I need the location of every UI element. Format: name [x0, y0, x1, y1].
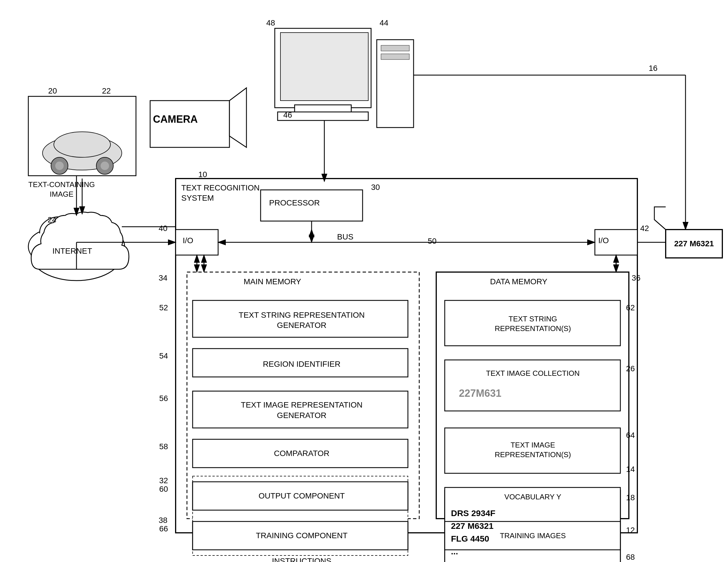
- text-image-collection-label: TEXT IMAGE COLLECTION: [448, 362, 618, 385]
- io-right-label: I/O: [598, 236, 609, 245]
- ref-38: 38: [159, 516, 167, 525]
- ref-40: 40: [159, 224, 167, 233]
- text-string-rep-gen-label: TEXT STRING REPRESENTATIONGENERATOR: [197, 305, 406, 336]
- ref-42: 42: [640, 224, 649, 233]
- ref-50: 50: [428, 237, 437, 246]
- ref-64: 64: [626, 431, 635, 440]
- ref-16: 16: [649, 64, 657, 73]
- svg-rect-25: [295, 105, 351, 113]
- ref-14: 14: [626, 465, 635, 474]
- ref-54: 54: [159, 352, 168, 361]
- svg-rect-30: [381, 54, 409, 59]
- svg-point-16: [75, 218, 112, 246]
- license-plate-display: 227 M6321: [666, 229, 722, 258]
- ref-22: 22: [102, 86, 111, 95]
- ref-68: 68: [626, 553, 635, 562]
- svg-point-67: [96, 157, 113, 174]
- ref-36: 36: [632, 273, 640, 283]
- svg-point-15: [41, 218, 78, 246]
- svg-rect-27: [280, 33, 368, 101]
- text-recognition-system-label: TEXT RECOGNITIONSYSTEM: [181, 183, 259, 203]
- bus-label: BUS: [337, 232, 354, 241]
- output-component-label: OUTPUT COMPONENT: [197, 484, 406, 508]
- main-memory-label: MAIN MEMORY: [244, 277, 301, 286]
- training-images-label: TRAINING IMAGES: [448, 524, 618, 548]
- region-identifier-label: REGION IDENTIFIER: [197, 353, 406, 376]
- ref-66: 66: [159, 524, 168, 533]
- ref-48: 48: [266, 18, 275, 27]
- svg-point-66: [51, 157, 68, 174]
- processor-label: PROCESSOR: [269, 198, 320, 207]
- ref-30: 30: [371, 183, 380, 192]
- ref-12: 12: [626, 526, 635, 535]
- text-image-rep-gen-label: TEXT IMAGE REPRESENTATIONGENERATOR: [197, 394, 406, 427]
- svg-rect-28: [377, 40, 414, 127]
- ref-18: 18: [626, 493, 635, 502]
- ref-26: 26: [626, 364, 635, 373]
- ref-10: 10: [198, 170, 207, 179]
- svg-text:227M631: 227M631: [459, 388, 501, 399]
- svg-point-65: [54, 132, 110, 157]
- ref-52: 52: [159, 303, 168, 312]
- svg-point-69: [101, 161, 109, 170]
- text-image-representations-label: TEXT IMAGEREPRESENTATION(S): [448, 430, 618, 470]
- ref-32: 32: [159, 476, 168, 485]
- ref-20: 20: [48, 86, 57, 95]
- ref-56: 56: [159, 394, 168, 403]
- ref-24: 24: [48, 215, 56, 224]
- instructions-label: INSTRUCTIONS: [197, 553, 406, 562]
- svg-point-10: [74, 217, 113, 248]
- svg-marker-19: [229, 88, 246, 147]
- ref-34: 34: [159, 273, 167, 283]
- ref-62: 62: [626, 303, 635, 312]
- internet-label: INTERNET: [52, 246, 92, 255]
- ref-60: 60: [159, 485, 168, 494]
- svg-point-64: [42, 136, 122, 170]
- text-string-representations-label: TEXT STRINGREPRESENTATION(S): [448, 304, 618, 344]
- training-component-label: TRAINING COMPONENT: [197, 524, 406, 548]
- text-containing-image-label: TEXT-CONTAININGIMAGE: [28, 180, 95, 199]
- svg-rect-4: [28, 96, 136, 176]
- svg-rect-32: [176, 229, 218, 255]
- vocabulary-y-label: VOCABULARY Y: [448, 489, 618, 505]
- svg-point-68: [55, 161, 64, 170]
- camera-label: CAMERA: [153, 113, 198, 125]
- ref-44: 44: [380, 18, 388, 27]
- data-memory-label: DATA MEMORY: [490, 277, 547, 286]
- svg-rect-24: [275, 28, 371, 108]
- ref-46: 46: [283, 110, 292, 120]
- io-left-label: I/O: [183, 236, 193, 245]
- comparator-label: COMPARATOR: [197, 442, 406, 466]
- svg-rect-29: [381, 45, 409, 51]
- ref-58: 58: [159, 442, 168, 451]
- svg-point-9: [40, 217, 79, 248]
